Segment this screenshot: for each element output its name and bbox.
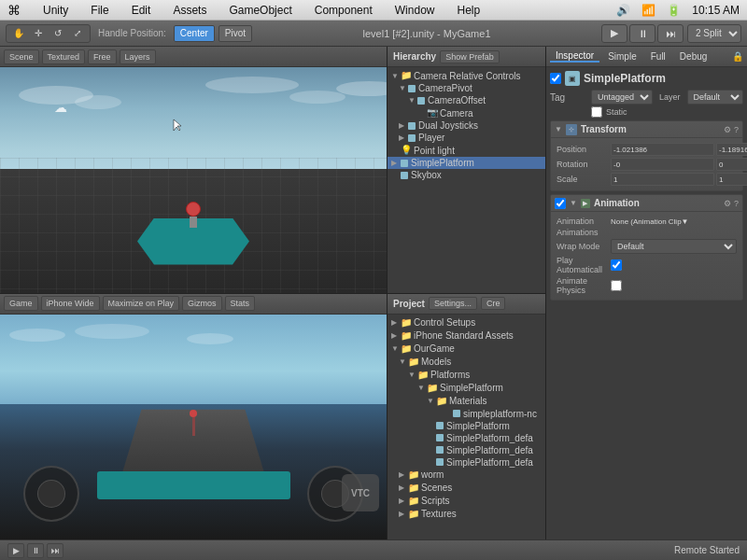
hier-camera-offset[interactable]: ▼ CameraOffset: [388, 94, 545, 106]
tag-label: Tag: [550, 92, 587, 103]
split-select[interactable]: 2 Split 1 Split 3 Split: [687, 24, 741, 43]
joystick-left[interactable]: [23, 466, 79, 522]
show-prefab-btn[interactable]: Show Prefab: [440, 50, 500, 63]
hier-camera-relative[interactable]: ▼ 📁 Camera Relative Controls: [388, 69, 545, 82]
full-tab[interactable]: Full: [645, 51, 671, 62]
transform-settings[interactable]: ⚙ ?: [724, 125, 739, 134]
layer-select[interactable]: Default: [687, 90, 743, 105]
hier-player[interactable]: ▶ Player: [388, 132, 545, 144]
scale-x-input[interactable]: [611, 173, 714, 186]
create-btn[interactable]: Cre: [481, 297, 506, 310]
wrap-mode-select[interactable]: Default: [611, 239, 737, 254]
stats-btn[interactable]: Stats: [225, 296, 256, 311]
menu-gameobject[interactable]: GameObject: [225, 4, 295, 17]
hier-point-light[interactable]: 💡 Point light: [388, 144, 545, 157]
proj-simpleplatform-nc[interactable]: simpleplatform-nc: [388, 408, 545, 420]
proj-ourgame[interactable]: ▼ 📁 OurGame: [388, 343, 545, 356]
status-play-btn[interactable]: ▶: [7, 543, 24, 558]
transform-section-header[interactable]: ▼ ⊹ Transform ⚙ ?: [551, 121, 742, 138]
proj-scripts[interactable]: ▶ 📁 Scripts: [388, 495, 545, 508]
hier-camera-pivot[interactable]: ▼ CameraPivot: [388, 82, 545, 94]
proj-iphone-assets[interactable]: ▶ 📁 iPhone Standard Assets: [388, 329, 545, 343]
hierarchy-tab[interactable]: Hierarchy: [393, 51, 436, 62]
cloud-2: [75, 95, 121, 109]
volume-icon[interactable]: 🔊: [616, 4, 630, 17]
static-checkbox[interactable]: [591, 106, 602, 118]
menu-unity[interactable]: Unity: [39, 4, 72, 17]
game-tab[interactable]: Game: [4, 296, 38, 311]
hier-skybox[interactable]: Skybox: [388, 169, 545, 181]
menu-edit[interactable]: Edit: [128, 4, 155, 17]
scale-row: Scale: [557, 173, 737, 186]
maximize-btn[interactable]: Maximize on Play: [103, 296, 180, 311]
play-button[interactable]: ▶: [601, 24, 627, 43]
debug-tab[interactable]: Debug: [674, 51, 712, 62]
animation-settings[interactable]: ⚙ ?: [724, 199, 739, 208]
project-content[interactable]: ▶ 📁 Control Setups ▶ 📁 iPhone Standard A…: [388, 315, 545, 540]
animation-section-header[interactable]: ▼ ▶ Animation ⚙ ?: [551, 195, 742, 212]
pivot-btn[interactable]: Pivot: [218, 25, 252, 42]
rot-y-input[interactable]: [716, 158, 747, 171]
layers-btn[interactable]: Layers: [120, 49, 156, 64]
hierarchy-content[interactable]: ▼ 📁 Camera Relative Controls ▼ CameraPiv…: [388, 67, 545, 293]
anim-physics-checkbox[interactable]: [611, 280, 622, 291]
proj-models[interactable]: ▼ 📁 Models: [388, 356, 545, 369]
play-auto-checkbox[interactable]: [611, 259, 622, 271]
lock-icon[interactable]: 🔒: [732, 51, 743, 62]
wifi-icon: 📶: [641, 4, 655, 17]
pause-button[interactable]: ⏸: [629, 24, 655, 43]
hier-camera[interactable]: 📷 Camera: [388, 106, 545, 119]
handle-pos-label: Handle Position:: [94, 28, 170, 38]
arrow-5: ▶: [399, 133, 408, 142]
scene-tab[interactable]: Scene: [4, 49, 39, 64]
proj-simpleplatform-mesh[interactable]: SimplePlatform: [388, 420, 545, 432]
game-canvas[interactable]: VTC: [0, 315, 387, 540]
simple-tab[interactable]: Simple: [602, 51, 642, 62]
proj-sp-mat2[interactable]: SimplePlatform_defa: [388, 444, 545, 456]
menu-component[interactable]: Component: [311, 4, 376, 17]
iphone-wide-btn[interactable]: iPhone Wide: [41, 296, 100, 311]
proj-platforms[interactable]: ▼ 📁 Platforms: [388, 369, 545, 382]
scale-y-input[interactable]: [716, 173, 747, 186]
proj-materials[interactable]: ▼ 📁 Materials: [388, 395, 545, 408]
anim-animation-row: Animation None (Animation Clip▼: [557, 217, 737, 226]
status-step-btn[interactable]: ⏭: [47, 543, 63, 558]
hier-simple-platform[interactable]: ▶ SimplePlatform: [388, 157, 545, 169]
project-tab[interactable]: Project: [393, 299, 425, 309]
move-tool[interactable]: ✛: [30, 25, 47, 42]
gizmos-btn[interactable]: Gizmos: [182, 296, 222, 311]
proj-control-setups[interactable]: ▶ 📁 Control Setups: [388, 316, 545, 329]
hand-tool[interactable]: ✋: [10, 25, 27, 42]
step-button[interactable]: ⏭: [657, 24, 684, 43]
hier-dual-joysticks[interactable]: ▶ Dual Joysticks: [388, 119, 545, 132]
free-btn[interactable]: Free: [88, 49, 117, 64]
menu-help[interactable]: Help: [453, 4, 484, 17]
rot-x-input[interactable]: [611, 158, 714, 171]
rotate-tool[interactable]: ↺: [49, 25, 66, 42]
scale-tool[interactable]: ⤢: [69, 25, 86, 42]
proj-folder-1: 📁: [401, 330, 412, 342]
menu-file[interactable]: File: [87, 4, 112, 17]
settings-btn[interactable]: Settings...: [429, 297, 477, 310]
animation-enabled-checkbox[interactable]: [555, 198, 566, 209]
proj-textures[interactable]: ▶ 📁 Textures: [388, 508, 545, 521]
proj-sp-mat3[interactable]: SimplePlatform_defa: [388, 456, 545, 469]
object-enabled-checkbox[interactable]: [550, 73, 561, 84]
proj-obj-10: [436, 446, 444, 454]
tag-select[interactable]: Untagged: [591, 90, 653, 105]
proj-sp-mat1[interactable]: SimplePlatform_defa: [388, 432, 545, 444]
pos-y-input[interactable]: -1.189163: [716, 143, 747, 156]
play-controls: ▶ ⏸ ⏭: [601, 24, 684, 43]
proj-scenes[interactable]: ▶ 📁 Scenes: [388, 482, 545, 495]
inspector-tab[interactable]: Inspector: [550, 50, 599, 63]
apple-menu[interactable]: ⌘: [7, 3, 21, 18]
textured-btn[interactable]: Textured: [42, 49, 86, 64]
menu-assets[interactable]: Assets: [169, 4, 210, 17]
menu-window[interactable]: Window: [391, 4, 439, 17]
proj-worm[interactable]: ▶ 📁 worm: [388, 469, 545, 482]
pos-x-input[interactable]: -1.021386: [611, 143, 714, 156]
proj-simpleplatform-folder[interactable]: ▼ 📁 SimplePlatform: [388, 382, 545, 395]
scene-canvas[interactable]: ☁: [0, 67, 387, 293]
center-btn[interactable]: Center: [174, 25, 215, 42]
status-pause-btn[interactable]: ⏸: [27, 543, 44, 558]
